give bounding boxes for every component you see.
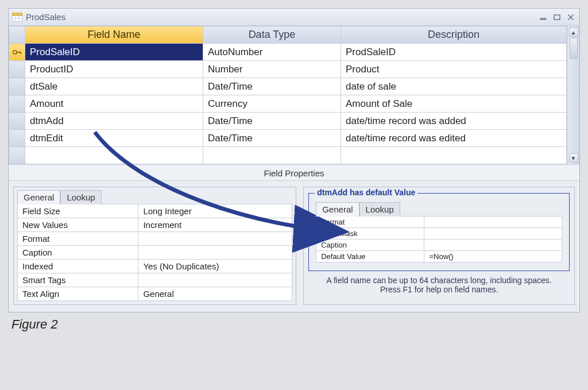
property-row[interactable]: Caption bbox=[18, 246, 292, 260]
properties-panel-right: dtmAdd has default Value General Lookup … bbox=[303, 187, 575, 305]
property-label: Default Value bbox=[316, 251, 424, 262]
property-value[interactable]: General bbox=[138, 287, 292, 301]
field-properties-header: Field Properties bbox=[9, 164, 579, 181]
field-grid-wrap: Field Name Data Type Description ProdSal… bbox=[9, 26, 579, 164]
properties-panel-left: General Lookup Field SizeLong IntegerNew… bbox=[13, 187, 296, 305]
col-data-type[interactable]: Data Type bbox=[203, 26, 341, 44]
property-row[interactable]: Field SizeLong Integer bbox=[18, 204, 292, 218]
callout-title: dtmAdd has default Value bbox=[315, 188, 417, 197]
row-selector[interactable] bbox=[9, 95, 25, 113]
svg-rect-9 bbox=[20, 52, 21, 54]
primary-key-icon bbox=[9, 48, 25, 57]
field-name-cell[interactable]: dtSale bbox=[25, 78, 203, 95]
scroll-thumb[interactable] bbox=[570, 38, 578, 59]
scroll-up-icon[interactable]: ▲ bbox=[569, 28, 578, 37]
figure-label: Figure 2 bbox=[8, 312, 580, 332]
row-selector[interactable] bbox=[9, 78, 25, 95]
description-cell[interactable]: date/time record was added bbox=[341, 113, 567, 130]
property-value[interactable]: =Now() bbox=[424, 251, 562, 262]
vertical-scrollbar[interactable]: ▲ ▼ bbox=[567, 26, 579, 164]
field-name-cell[interactable]: ProductID bbox=[25, 61, 203, 78]
field-name-cell[interactable]: Amount bbox=[25, 95, 203, 113]
tab-general-right[interactable]: General bbox=[316, 202, 359, 217]
row-selector[interactable] bbox=[9, 44, 25, 61]
row-selector[interactable] bbox=[9, 147, 25, 164]
field-grid-header: Field Name Data Type Description bbox=[9, 26, 567, 44]
description-cell[interactable]: Amount of Sale bbox=[341, 95, 567, 113]
field-row[interactable]: ProdSaleIDAutoNumberProdSaleID bbox=[9, 44, 567, 61]
data-type-cell[interactable]: Date/Time bbox=[203, 130, 341, 147]
data-type-cell[interactable]: Number bbox=[203, 61, 341, 78]
property-value[interactable] bbox=[138, 273, 292, 287]
property-row[interactable]: IndexedYes (No Duplicates) bbox=[18, 260, 292, 273]
property-row[interactable]: New ValuesIncrement bbox=[18, 218, 292, 232]
property-row[interactable]: Default Value=Now() bbox=[316, 251, 562, 262]
field-name-cell[interactable]: ProdSaleID bbox=[25, 44, 203, 61]
description-cell[interactable]: date/time record was edited bbox=[341, 130, 567, 147]
row-selector[interactable] bbox=[9, 113, 25, 130]
property-value[interactable] bbox=[424, 228, 562, 240]
field-name-cell[interactable]: dtmAdd bbox=[25, 113, 203, 130]
design-view-window: ProdSales Field Name Data Type Descripti… bbox=[8, 8, 580, 312]
window-controls bbox=[538, 13, 576, 22]
property-value[interactable]: Long Integer bbox=[138, 204, 292, 218]
property-row[interactable]: Format bbox=[316, 217, 562, 228]
close-button[interactable] bbox=[566, 13, 576, 22]
tab-lookup-right[interactable]: Lookup bbox=[359, 202, 400, 217]
data-type-cell[interactable] bbox=[203, 147, 341, 164]
property-row[interactable]: Caption bbox=[316, 240, 562, 251]
field-row[interactable]: dtmAddDate/Timedate/time record was adde… bbox=[9, 113, 567, 130]
field-row-blank[interactable] bbox=[9, 147, 567, 164]
field-grid[interactable]: Field Name Data Type Description ProdSal… bbox=[9, 26, 567, 164]
right-property-table[interactable]: FormatInput MaskCaptionDefault Value=Now… bbox=[316, 216, 562, 262]
property-label: Caption bbox=[316, 240, 424, 251]
description-cell[interactable]: ProdSaleID bbox=[341, 44, 567, 61]
property-value[interactable] bbox=[424, 240, 562, 251]
field-name-cell[interactable] bbox=[25, 147, 203, 164]
property-row[interactable]: Smart Tags bbox=[18, 273, 292, 287]
property-label: Caption bbox=[18, 246, 138, 260]
field-row[interactable]: dtmEditDate/Timedate/time record was edi… bbox=[9, 130, 567, 147]
property-value[interactable] bbox=[138, 232, 292, 246]
svg-point-7 bbox=[13, 50, 16, 53]
col-field-name[interactable]: Field Name bbox=[25, 26, 203, 44]
data-type-cell[interactable]: Date/Time bbox=[203, 78, 341, 95]
field-row[interactable]: ProductIDNumberProduct bbox=[9, 61, 567, 78]
svg-rect-5 bbox=[540, 18, 546, 20]
property-label: Format bbox=[18, 232, 138, 246]
row-selector[interactable] bbox=[9, 130, 25, 147]
field-properties-area: General Lookup Field SizeLong IntegerNew… bbox=[9, 181, 579, 312]
row-selector[interactable] bbox=[9, 61, 25, 78]
property-row[interactable]: Input Mask bbox=[316, 228, 562, 240]
tab-lookup[interactable]: Lookup bbox=[60, 190, 101, 204]
description-cell[interactable] bbox=[341, 147, 567, 164]
field-row[interactable]: dtSaleDate/Timedate of sale bbox=[9, 78, 567, 95]
col-description[interactable]: Description bbox=[341, 26, 567, 44]
field-row[interactable]: AmountCurrencyAmount of Sale bbox=[9, 95, 567, 113]
property-row[interactable]: Text AlignGeneral bbox=[18, 287, 292, 301]
property-value[interactable]: Increment bbox=[138, 218, 292, 232]
data-type-cell[interactable]: Date/Time bbox=[203, 113, 341, 130]
minimize-button[interactable] bbox=[538, 13, 548, 22]
corner-cell[interactable] bbox=[9, 26, 25, 44]
svg-rect-1 bbox=[12, 13, 22, 16]
tab-general[interactable]: General bbox=[17, 190, 60, 204]
property-value[interactable] bbox=[138, 246, 292, 260]
property-row[interactable]: Format bbox=[18, 232, 292, 246]
data-type-cell[interactable]: Currency bbox=[203, 95, 341, 113]
scroll-down-icon[interactable]: ▼ bbox=[569, 153, 578, 163]
svg-rect-6 bbox=[554, 15, 560, 20]
description-cell[interactable]: date of sale bbox=[341, 78, 567, 95]
description-cell[interactable]: Product bbox=[341, 61, 567, 78]
left-property-table[interactable]: Field SizeLong IntegerNew ValuesIncremen… bbox=[17, 204, 292, 301]
field-name-cell[interactable]: dtmEdit bbox=[25, 130, 203, 147]
property-value[interactable]: Yes (No Duplicates) bbox=[138, 260, 292, 273]
callout-box: dtmAdd has default Value General Lookup … bbox=[308, 193, 570, 271]
property-value[interactable] bbox=[424, 217, 562, 228]
data-type-cell[interactable]: AutoNumber bbox=[203, 44, 341, 61]
property-label: Smart Tags bbox=[18, 273, 138, 287]
titlebar: ProdSales bbox=[9, 9, 579, 26]
maximize-button[interactable] bbox=[552, 13, 562, 22]
right-tabs: General Lookup bbox=[312, 196, 566, 216]
table-icon bbox=[12, 13, 22, 22]
